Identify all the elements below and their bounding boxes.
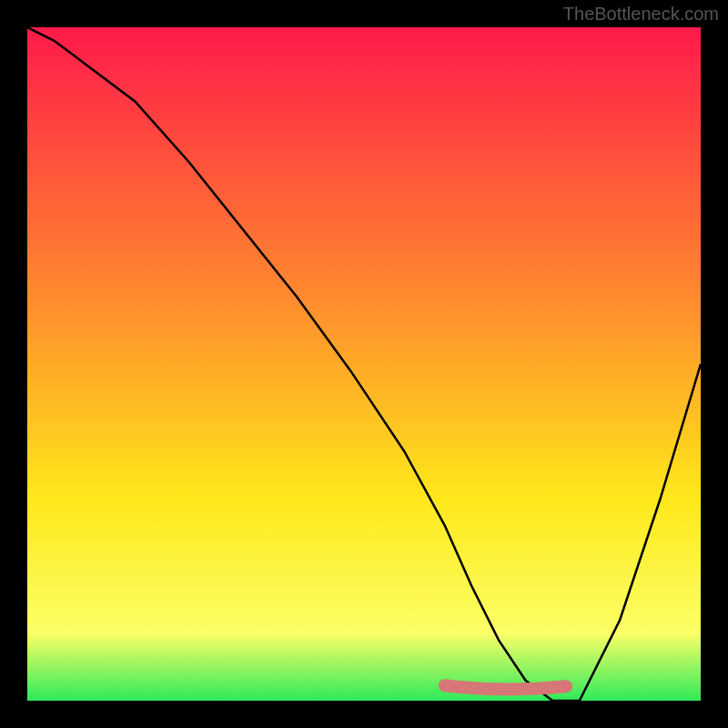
optimal-band-marker	[445, 685, 566, 689]
chart-svg	[27, 27, 701, 701]
chart-background	[27, 27, 701, 701]
chart-plot-area	[27, 27, 701, 701]
watermark-text: TheBottleneck.com	[563, 4, 719, 25]
